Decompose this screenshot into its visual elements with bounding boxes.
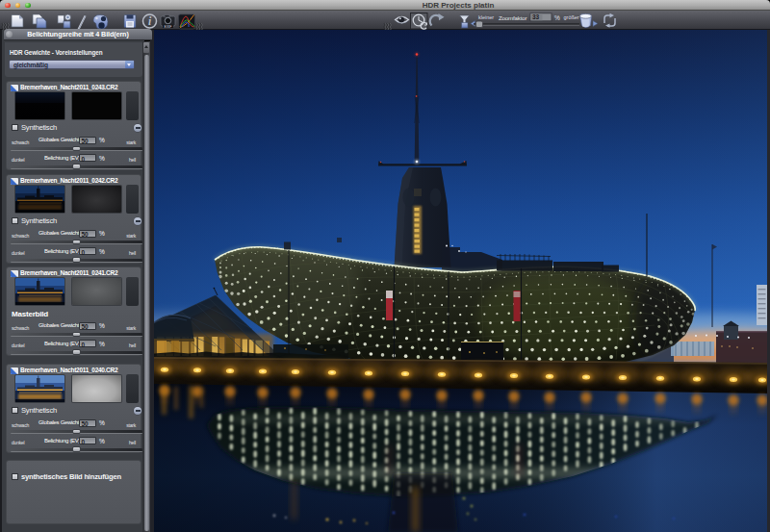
svg-text:kleiner: kleiner <box>478 14 494 20</box>
svg-text:%: % <box>554 14 560 21</box>
svg-text:i: i <box>148 15 152 27</box>
svg-text:33: 33 <box>532 13 540 20</box>
svg-text:größer: größer <box>564 14 579 20</box>
svg-text:Zoomfaktor: Zoomfaktor <box>499 14 526 21</box>
svg-text:EXIF: EXIF <box>165 25 173 29</box>
